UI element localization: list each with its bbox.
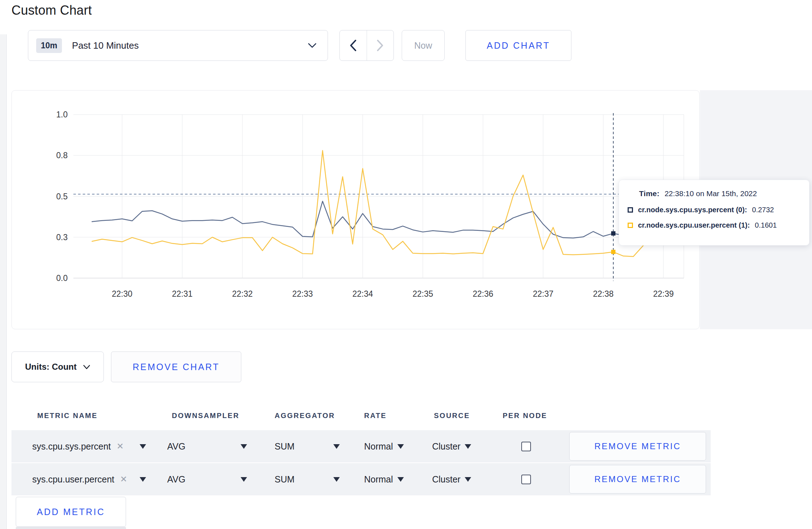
- aggregator-value: SUM: [275, 441, 295, 452]
- svg-text:22:34: 22:34: [352, 289, 373, 299]
- svg-text:22:35: 22:35: [412, 289, 433, 299]
- time-range-badge: 10m: [36, 38, 62, 53]
- dropdown-caret-icon: [397, 444, 404, 449]
- remove-metric-button[interactable]: REMOVE METRIC: [569, 465, 706, 494]
- svg-text:22:38: 22:38: [593, 289, 614, 299]
- downsampler-select[interactable]: AVG: [167, 463, 247, 495]
- header-source: SOURCE: [434, 412, 470, 420]
- rate-value: Normal: [364, 441, 393, 452]
- header-rate: RATE: [364, 412, 387, 420]
- svg-text:0.8: 0.8: [56, 151, 68, 160]
- per-node-checkbox[interactable]: [521, 475, 531, 484]
- downsampler-select[interactable]: AVG: [167, 430, 247, 462]
- svg-text:1.0: 1.0: [56, 110, 68, 119]
- add-metric-button[interactable]: ADD METRIC: [16, 497, 126, 527]
- tooltip-series-name: cr.node.sys.cpu.user.percent (1):: [638, 221, 750, 229]
- dropdown-caret-icon: [241, 477, 247, 482]
- chevron-right-icon: [376, 39, 384, 52]
- svg-text:22:39: 22:39: [653, 289, 674, 299]
- chart-hover-tooltip: Time: 22:38:10 on Mar 15th, 2022 cr.node…: [619, 180, 809, 246]
- dropdown-caret-icon: [241, 444, 247, 449]
- remove-chart-button[interactable]: REMOVE CHART: [111, 351, 241, 382]
- svg-text:22:37: 22:37: [533, 289, 554, 299]
- units-select[interactable]: Units: Count: [11, 351, 104, 382]
- svg-text:0.0: 0.0: [56, 273, 68, 283]
- tooltip-time-label: Time:: [639, 189, 659, 198]
- per-node-checkbox[interactable]: [521, 442, 531, 451]
- source-value: Cluster: [432, 441, 460, 452]
- svg-text:22:31: 22:31: [172, 289, 193, 299]
- header-downsampler: DOWNSAMPLER: [172, 412, 240, 420]
- metric-name-select[interactable]: sys.cpu.sys.percent ✕: [32, 430, 147, 462]
- tooltip-time-value: 22:38:10 on Mar 15th, 2022: [664, 189, 757, 198]
- series-swatch-icon: [628, 207, 633, 213]
- aggregator-select[interactable]: SUM: [275, 463, 340, 495]
- chevron-down-icon: [308, 43, 317, 48]
- series-swatch-icon: [628, 223, 633, 228]
- aggregator-select[interactable]: SUM: [275, 430, 340, 462]
- svg-text:22:36: 22:36: [473, 289, 493, 299]
- dropdown-caret-icon: [333, 477, 340, 482]
- dropdown-caret-icon: [333, 444, 340, 449]
- dropdown-caret-icon: [397, 477, 404, 482]
- rate-select[interactable]: Normal: [364, 463, 404, 495]
- tooltip-series-name: cr.node.sys.cpu.sys.percent (0):: [638, 206, 747, 214]
- clear-metric-icon[interactable]: ✕: [120, 474, 127, 484]
- svg-text:0.3: 0.3: [56, 233, 68, 242]
- metrics-table-header: METRIC NAME DOWNSAMPLER AGGREGATOR RATE …: [11, 402, 711, 430]
- aggregator-value: SUM: [275, 474, 295, 485]
- chevron-down-icon: [83, 365, 90, 369]
- units-select-label: Units: Count: [25, 362, 77, 372]
- next-interval-button[interactable]: [367, 30, 394, 60]
- time-range-select[interactable]: 10m Past 10 Minutes: [28, 30, 328, 61]
- source-select[interactable]: Cluster: [432, 430, 471, 462]
- metric-name-value: sys.cpu.sys.percent: [32, 441, 111, 452]
- rate-value: Normal: [364, 474, 393, 485]
- tooltip-series-row: cr.node.sys.cpu.user.percent (1): 0.1601: [628, 221, 801, 229]
- svg-text:22:30: 22:30: [112, 289, 132, 299]
- metric-name-value: sys.cpu.user.percent: [32, 474, 114, 485]
- dropdown-caret-icon: [140, 444, 146, 449]
- downsampler-value: AVG: [167, 474, 185, 485]
- now-button[interactable]: Now: [402, 30, 445, 61]
- metric-row: sys.cpu.sys.percent ✕ AVG SUM Normal Clu…: [11, 430, 711, 462]
- svg-text:22:33: 22:33: [292, 289, 313, 299]
- svg-text:0.5: 0.5: [56, 192, 68, 201]
- header-aggregator: AGGREGATOR: [275, 412, 335, 420]
- page-left-gutter: [0, 34, 7, 529]
- header-per-node: PER NODE: [503, 412, 547, 420]
- clear-metric-icon[interactable]: ✕: [117, 441, 124, 451]
- tooltip-series-row: cr.node.sys.cpu.sys.percent (0): 0.2732: [628, 206, 801, 214]
- svg-text:22:32: 22:32: [232, 289, 253, 299]
- remove-metric-button[interactable]: REMOVE METRIC: [569, 432, 706, 461]
- tooltip-series-value: 0.1601: [755, 221, 777, 229]
- dropdown-caret-icon: [140, 477, 146, 482]
- header-metric-name: METRIC NAME: [37, 412, 98, 420]
- dropdown-caret-icon: [465, 444, 471, 449]
- previous-interval-button[interactable]: [340, 30, 367, 60]
- metric-name-select[interactable]: sys.cpu.user.percent ✕: [32, 463, 147, 495]
- downsampler-value: AVG: [167, 441, 185, 452]
- chevron-left-icon: [349, 39, 357, 52]
- source-value: Cluster: [432, 474, 460, 485]
- time-range-label: Past 10 Minutes: [72, 40, 139, 51]
- add-chart-button[interactable]: ADD CHART: [465, 30, 571, 61]
- metric-row: sys.cpu.user.percent ✕ AVG SUM Normal Cl…: [11, 463, 711, 495]
- time-step-button-group: [339, 30, 394, 61]
- timeseries-chart[interactable]: 0.00.30.50.81.022:3022:3122:3222:3322:34…: [11, 90, 700, 329]
- source-select[interactable]: Cluster: [432, 463, 471, 495]
- clipped-element-edge: [16, 527, 126, 529]
- page-title: Custom Chart: [11, 3, 92, 18]
- tooltip-series-value: 0.2732: [752, 206, 774, 214]
- rate-select[interactable]: Normal: [364, 430, 404, 462]
- dropdown-caret-icon: [465, 477, 471, 482]
